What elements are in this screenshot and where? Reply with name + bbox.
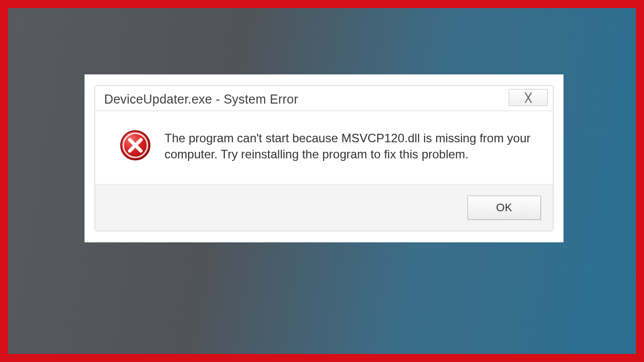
error-dialog: DeviceUpdater.exe - System Error ╳ (95, 85, 553, 231)
close-button[interactable]: ╳ (509, 89, 548, 106)
error-message: The program can't start because MSVCP120… (165, 129, 537, 163)
error-dialog-window: DeviceUpdater.exe - System Error ╳ (85, 74, 564, 242)
close-icon: ╳ (525, 93, 531, 103)
dialog-titlebar[interactable]: DeviceUpdater.exe - System Error ╳ (95, 86, 553, 111)
error-icon (119, 129, 151, 161)
dialog-title: DeviceUpdater.exe - System Error (104, 92, 298, 107)
dialog-body: The program can't start because MSVCP120… (95, 111, 553, 184)
ok-button[interactable]: OK (467, 196, 541, 220)
dialog-footer: OK (95, 184, 553, 231)
